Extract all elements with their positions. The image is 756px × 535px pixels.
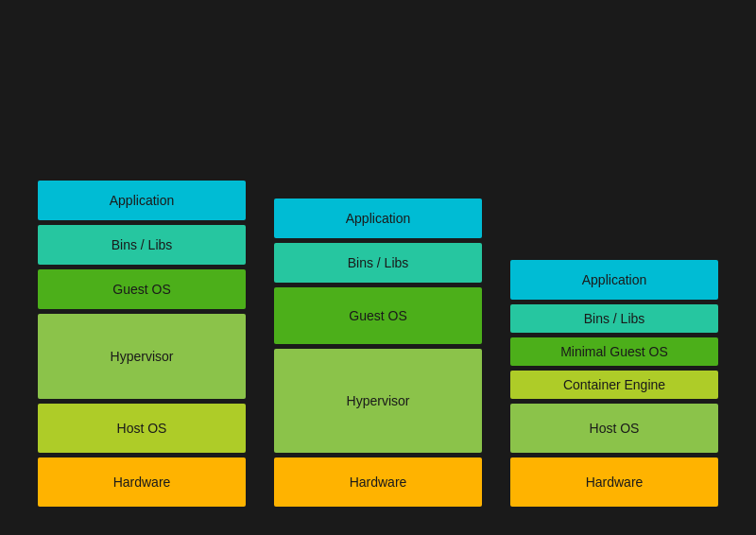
col2-hypervisor-layer: Hypervisor xyxy=(274,349,482,453)
col3-bins-layer: Bins / Libs xyxy=(510,304,718,333)
col1-bins-layer: Bins / Libs xyxy=(38,225,246,265)
col1-application-layer: Application xyxy=(38,181,246,220)
col3-hostos-layer: Host OS xyxy=(510,404,718,453)
col2-guestos-layer: Guest OS xyxy=(274,287,482,344)
column-3: Application Bins / Libs Minimal Guest OS… xyxy=(510,255,718,507)
col3-container-layer: Container Engine xyxy=(510,371,718,399)
col3-hardware-layer: Hardware xyxy=(510,457,718,507)
col2-application-layer: Application xyxy=(274,198,482,238)
col1-hostos-layer: Host OS xyxy=(38,404,246,453)
col2-bins-layer: Bins / Libs xyxy=(274,243,482,283)
column-1: Application Bins / Libs Guest OS Hypervi… xyxy=(38,181,246,507)
col1-hypervisor-layer: Hypervisor xyxy=(38,314,246,399)
col3-minguestos-layer: Minimal Guest OS xyxy=(510,337,718,366)
column-2: Application Bins / Libs Guest OS Hypervi… xyxy=(274,194,482,507)
col3-application-layer: Application xyxy=(510,260,718,300)
col1-hardware-layer: Hardware xyxy=(38,457,246,507)
col1-guestos-layer: Guest OS xyxy=(38,269,246,309)
col2-hardware-layer: Hardware xyxy=(274,457,482,507)
architecture-diagram: Application Bins / Libs Guest OS Hypervi… xyxy=(0,0,756,535)
